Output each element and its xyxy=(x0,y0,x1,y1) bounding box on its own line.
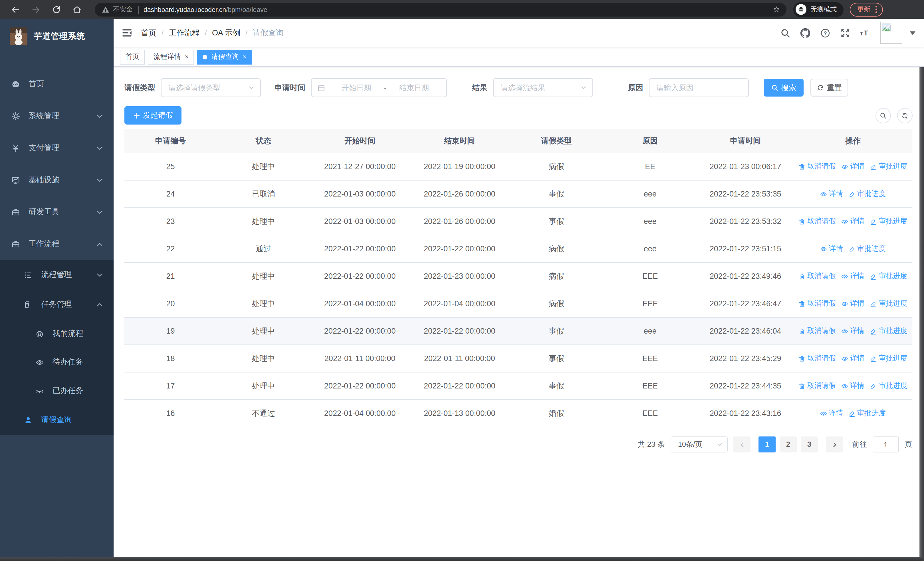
back-button[interactable] xyxy=(8,2,23,17)
fullscreen-icon[interactable] xyxy=(840,28,850,38)
detail-action-link[interactable]: 详情 xyxy=(842,353,864,363)
breadcrumb-item[interactable]: OA 示例 xyxy=(212,28,240,38)
address-bar[interactable]: 不安全 dashboard.yudao.iocoder.cn/bpm/oa/le… xyxy=(95,3,786,16)
cancel-action-link[interactable]: 取消请假 xyxy=(799,217,836,226)
progress-action-link[interactable]: 审批进度 xyxy=(870,353,907,363)
sidebar-item-基础设施[interactable]: 基础设施 xyxy=(0,164,114,196)
sidebar-item-首页[interactable]: 首页 xyxy=(0,68,114,100)
tab-流程详情[interactable]: 流程详情× xyxy=(148,50,194,64)
cancel-action-link[interactable]: 取消请假 xyxy=(799,299,836,308)
sidebar-item-流程管理[interactable]: 流程管理 xyxy=(0,260,114,290)
cancel-action-link[interactable]: 取消请假 xyxy=(799,353,836,363)
progress-action-link[interactable]: 审批进度 xyxy=(849,409,886,418)
result-label: 结果 xyxy=(472,83,488,93)
action-label: 详情 xyxy=(850,381,864,391)
sidebar-item-系统管理[interactable]: 系统管理 xyxy=(0,100,114,132)
prev-page-button[interactable] xyxy=(734,436,750,453)
sidebar-item-已办任务[interactable]: 已办任务 xyxy=(0,376,114,405)
font-size-icon[interactable]: TT xyxy=(860,28,870,38)
breadcrumb-item[interactable]: 工作流程 xyxy=(169,28,200,38)
cancel-action-link[interactable]: 取消请假 xyxy=(799,326,836,336)
leave-table: 申请编号状态开始时间结束时间请假类型原因申请时间操作25处理中2021-12-2… xyxy=(124,129,912,427)
table-cell: 2022-01-23 00:00:00 xyxy=(410,272,510,281)
goto-page-input[interactable] xyxy=(873,436,899,453)
sidebar-menu: 首页系统管理支付管理基础设施研发工具工作流程流程管理任务管理我的流程待办任务已办… xyxy=(0,53,114,435)
close-icon[interactable]: × xyxy=(185,54,189,60)
table-cell: 处理中 xyxy=(217,326,310,336)
user-avatar[interactable] xyxy=(880,22,902,44)
page-button-1[interactable]: 1 xyxy=(759,436,776,453)
table-cell: 处理中 xyxy=(217,298,310,309)
tab-请假查询[interactable]: 请假查询× xyxy=(197,50,252,64)
search-button[interactable]: 搜索 xyxy=(764,79,804,96)
search-icon[interactable] xyxy=(780,28,790,38)
table-cell: EEE xyxy=(603,409,697,418)
bookmark-star-icon[interactable] xyxy=(772,5,781,14)
next-page-button[interactable] xyxy=(826,436,843,453)
action-label: 详情 xyxy=(850,271,864,281)
progress-action-link[interactable]: 审批进度 xyxy=(870,271,907,281)
detail-action-link[interactable]: 详情 xyxy=(842,326,864,336)
update-button[interactable]: 更新 xyxy=(850,3,883,16)
detail-action-link[interactable]: 详情 xyxy=(842,299,864,308)
cancel-action-link[interactable]: 取消请假 xyxy=(799,381,836,391)
close-icon[interactable]: × xyxy=(243,54,246,60)
page-button-2[interactable]: 2 xyxy=(780,436,797,453)
progress-action-link[interactable]: 审批进度 xyxy=(870,381,907,391)
table-cell: eee xyxy=(603,245,697,253)
breadcrumb-item[interactable]: 首页 xyxy=(141,28,156,38)
browser-menu-icon[interactable] xyxy=(876,6,877,13)
progress-action-link[interactable]: 审批进度 xyxy=(870,299,907,308)
progress-action-link[interactable]: 审批进度 xyxy=(870,162,907,171)
sidebar-item-支付管理[interactable]: 支付管理 xyxy=(0,132,114,164)
sidebar-item-请假查询[interactable]: 请假查询 xyxy=(0,405,114,435)
action-label: 审批进度 xyxy=(879,217,907,226)
start-date-placeholder[interactable]: 开始日期 xyxy=(330,83,383,93)
page-button-3[interactable]: 3 xyxy=(801,436,818,453)
detail-action-link[interactable]: 详情 xyxy=(820,244,843,254)
broken-image-icon xyxy=(882,23,892,32)
detail-action-link[interactable]: 详情 xyxy=(842,217,864,226)
result-select[interactable]: 请选择流结果 xyxy=(493,78,593,97)
table-cell: 处理中 xyxy=(217,353,310,364)
forward-button[interactable] xyxy=(28,2,44,17)
detail-action-link[interactable]: 详情 xyxy=(842,162,864,171)
detail-action-link[interactable]: 详情 xyxy=(820,189,843,199)
detail-eye-icon xyxy=(842,300,848,307)
page-size-select[interactable]: 10条/页 xyxy=(670,436,728,453)
github-icon[interactable] xyxy=(800,28,810,38)
table-cell: 24 xyxy=(124,190,217,198)
reset-button[interactable]: 重置 xyxy=(810,79,848,96)
detail-action-link[interactable]: 详情 xyxy=(842,271,864,281)
end-date-placeholder[interactable]: 结束日期 xyxy=(387,83,441,93)
reload-button[interactable] xyxy=(49,2,64,17)
leave-type-select[interactable]: 请选择请假类型 xyxy=(161,78,261,97)
tab-首页[interactable]: 首页 xyxy=(120,50,145,64)
create-leave-button[interactable]: 发起请假 xyxy=(124,106,182,125)
action-label: 审批进度 xyxy=(879,381,907,391)
sidebar-item-待办任务[interactable]: 待办任务 xyxy=(0,348,114,376)
progress-action-link[interactable]: 审批进度 xyxy=(849,189,886,199)
help-icon[interactable]: ? xyxy=(820,28,830,38)
reason-input[interactable] xyxy=(649,78,749,97)
sidebar-item-我的流程[interactable]: 我的流程 xyxy=(0,319,114,348)
detail-action-link[interactable]: 详情 xyxy=(820,409,843,418)
toggle-search-button[interactable] xyxy=(876,108,891,123)
progress-action-link[interactable]: 审批进度 xyxy=(849,244,886,254)
progress-action-link[interactable]: 审批进度 xyxy=(870,326,907,336)
cancel-action-link[interactable]: 取消请假 xyxy=(799,162,836,171)
sidebar-item-工作流程[interactable]: 工作流程 xyxy=(0,228,114,260)
security-label[interactable]: 不安全 xyxy=(113,5,133,14)
avatar-caret-icon[interactable] xyxy=(910,31,915,35)
progress-action-link[interactable]: 审批进度 xyxy=(870,217,907,226)
cancel-action-link[interactable]: 取消请假 xyxy=(799,271,836,281)
collapse-sidebar-icon[interactable] xyxy=(122,27,132,38)
sidebar-item-研发工具[interactable]: 研发工具 xyxy=(0,196,114,228)
refresh-table-button[interactable] xyxy=(897,108,913,123)
apply-time-range-picker[interactable]: 开始日期 - 结束日期 xyxy=(311,78,447,97)
detail-action-link[interactable]: 详情 xyxy=(842,381,864,391)
app-logo[interactable]: 芋道管理系统 xyxy=(0,19,114,53)
chevron-down-icon xyxy=(96,177,103,183)
sidebar-item-任务管理[interactable]: 任务管理 xyxy=(0,290,114,319)
home-button[interactable] xyxy=(70,2,84,17)
